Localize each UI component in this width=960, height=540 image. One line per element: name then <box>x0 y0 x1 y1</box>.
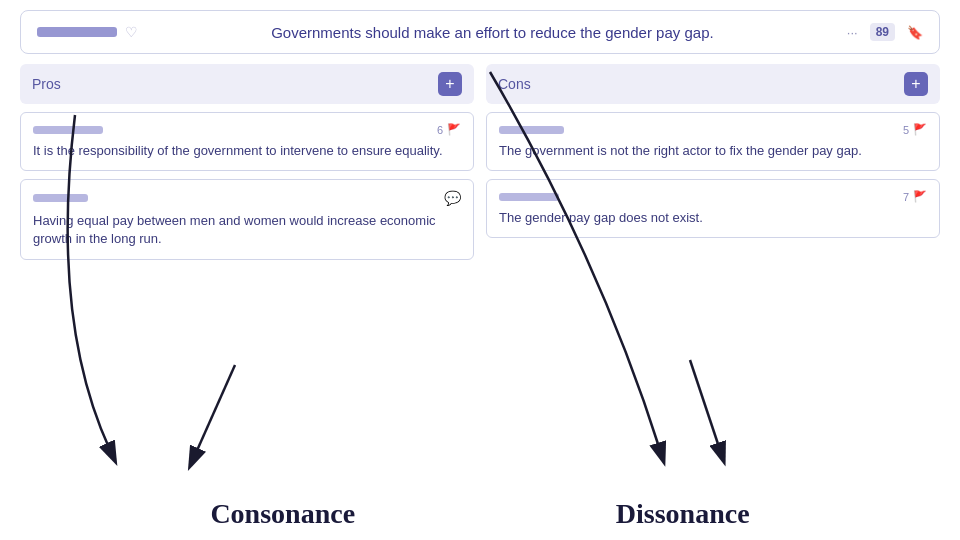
con-card-2-header: 7 🚩 <box>499 190 927 203</box>
con-meta-1: 5 🚩 <box>903 123 927 136</box>
con-card-1-header: 5 🚩 <box>499 123 927 136</box>
cons-label: Cons <box>498 76 531 92</box>
cons-column: Cons + 5 🚩 The government is not the rig… <box>486 64 940 260</box>
pros-column: Pros + 6 🚩 It is the responsibility of t… <box>20 64 474 260</box>
con-meta-2: 7 🚩 <box>903 190 927 203</box>
pro-text-1: It is the responsibility of the governme… <box>33 142 461 160</box>
con-text-1: The government is not the right actor to… <box>499 142 927 160</box>
pro-bar-1 <box>33 126 103 134</box>
con-count-1: 5 <box>903 124 909 136</box>
pro-meta-1: 6 🚩 <box>437 123 461 136</box>
pro-count-1: 6 <box>437 124 443 136</box>
pro-flag-icon-1: 🚩 <box>447 123 461 136</box>
dissonance-label: Dissonance <box>616 498 750 530</box>
pro-card-1-header: 6 🚩 <box>33 123 461 136</box>
top-card-bar <box>37 27 117 37</box>
con-flag-icon-1: 🚩 <box>913 123 927 136</box>
bottom-labels: Consonance Dissonance <box>0 498 960 530</box>
pro-card-2: 💬 Having equal pay between men and women… <box>20 179 474 259</box>
bookmark-icon: 🔖 <box>907 25 923 40</box>
pros-cons-columns: Pros + 6 🚩 It is the responsibility of t… <box>20 64 940 260</box>
pro-bar-2 <box>33 194 88 202</box>
cons-header: Cons + <box>486 64 940 104</box>
add-pro-button[interactable]: + <box>438 72 462 96</box>
con-card-1: 5 🚩 The government is not the right acto… <box>486 112 940 171</box>
consonance-label: Consonance <box>210 498 355 530</box>
heart-icon: ♡ <box>125 24 138 40</box>
chat-icon-1: 💬 <box>444 190 461 206</box>
pro-meta-2: 💬 <box>444 190 461 206</box>
pro-card-1: 6 🚩 It is the responsibility of the gove… <box>20 112 474 171</box>
pros-header: Pros + <box>20 64 474 104</box>
top-card-right: ··· 89 🔖 <box>847 23 923 41</box>
con-card-2: 7 🚩 The gender pay gap does not exist. <box>486 179 940 238</box>
dots-menu[interactable]: ··· <box>847 25 858 40</box>
add-con-button[interactable]: + <box>904 72 928 96</box>
pro-text-2: Having equal pay between men and women w… <box>33 212 461 248</box>
con-flag-icon-2: 🚩 <box>913 190 927 203</box>
con-text-2: The gender pay gap does not exist. <box>499 209 927 227</box>
con-count-2: 7 <box>903 191 909 203</box>
comment-badge: 89 <box>870 23 895 41</box>
top-card-left: ♡ <box>37 24 138 40</box>
con-bar-2 <box>499 193 559 201</box>
top-card: ♡ Governments should make an effort to r… <box>20 10 940 54</box>
pro-card-2-header: 💬 <box>33 190 461 206</box>
con-bar-1 <box>499 126 564 134</box>
top-card-title: Governments should make an effort to red… <box>271 24 714 41</box>
pros-label: Pros <box>32 76 61 92</box>
